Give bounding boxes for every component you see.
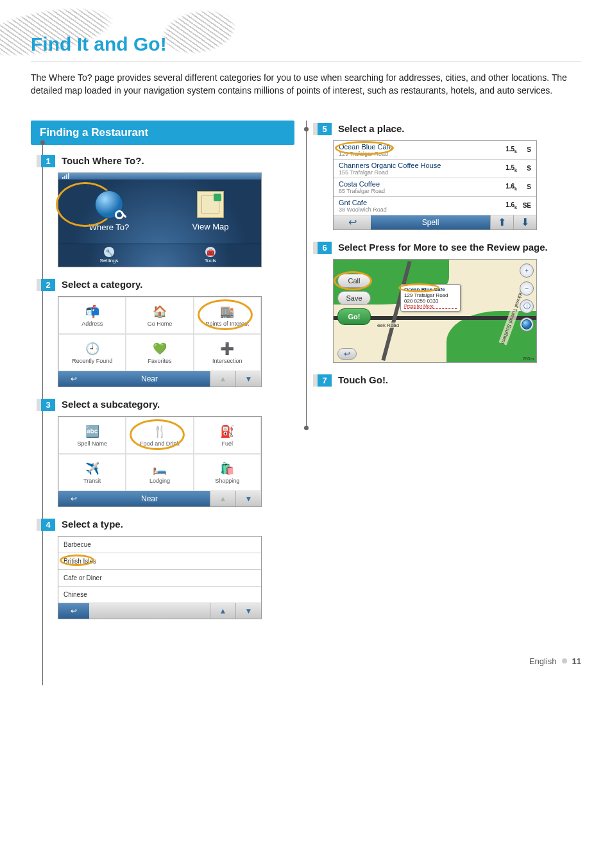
map-icon xyxy=(197,191,224,218)
category-recent[interactable]: 🕘Recently Found xyxy=(58,334,126,371)
call-button[interactable]: Call xyxy=(337,274,371,288)
result-name: Channers Organic Coffee House xyxy=(339,162,495,169)
intro-paragraph: The Where To? page provides several diff… xyxy=(31,71,581,97)
info-button[interactable]: ⓘ xyxy=(520,299,534,313)
arrow-up-icon: ▲ xyxy=(219,494,227,503)
category-label: Points of Interest xyxy=(206,321,250,327)
category-label: Address xyxy=(81,321,103,327)
step-number: 7 xyxy=(318,374,332,387)
subcat-spell-name[interactable]: 🔤Spell Name xyxy=(58,417,126,454)
plus-icon: + xyxy=(525,267,529,274)
subcat-food[interactable]: 🍴Food and Drink xyxy=(126,417,193,454)
type-item[interactable]: Chinese xyxy=(58,587,261,603)
subcat-label: Food and Drink xyxy=(140,440,180,447)
scroll-up-button[interactable]: ▲ xyxy=(210,491,235,506)
result-item[interactable]: Ocean Blue Cafe129 Trafalgar Road 1.5k S xyxy=(334,141,536,160)
arrow-down-icon: ▼ xyxy=(245,494,253,503)
subcat-lodging[interactable]: 🛏️Lodging xyxy=(126,454,193,491)
subcat-transit[interactable]: ✈️Transit xyxy=(58,454,126,491)
screenshot-types: Barbecue British Isles Cafe or Diner Chi… xyxy=(58,536,262,619)
subcat-fuel[interactable]: ⛽Fuel xyxy=(194,417,261,454)
subsection-title: Finding a Restaurant xyxy=(31,121,294,145)
category-poi[interactable]: 🏬Points of Interest xyxy=(194,297,261,334)
scroll-up-button[interactable]: ⬆ xyxy=(490,215,513,230)
abc-icon: 🔤 xyxy=(85,424,100,439)
category-intersection[interactable]: ➕Intersection xyxy=(194,334,261,371)
screenshot-results: Ocean Blue Cafe129 Trafalgar Road 1.5k S… xyxy=(333,140,537,230)
save-button[interactable]: Save xyxy=(337,291,371,305)
scroll-down-button[interactable]: ▼ xyxy=(235,371,261,387)
callout-title: Ocean Blue Cafe xyxy=(404,287,457,292)
zoom-in-button[interactable]: + xyxy=(520,263,534,278)
subcat-shopping[interactable]: 🛍️Shopping xyxy=(194,454,261,491)
category-label: Favorites xyxy=(148,358,171,364)
result-direction: S xyxy=(517,183,531,190)
globe-icon xyxy=(522,319,532,330)
settings-button[interactable]: 🔧Settings xyxy=(58,244,160,267)
place-callout[interactable]: Ocean Blue Cafe 129 Trafalgar Road 020 8… xyxy=(400,284,461,312)
back-button[interactable]: ↩ xyxy=(58,603,89,619)
house-icon: 🏠 xyxy=(152,304,167,319)
press-for-more-link[interactable]: Press for More xyxy=(404,304,457,309)
bag-icon: 🛍️ xyxy=(219,461,235,476)
scroll-down-button[interactable]: ⬇ xyxy=(513,215,536,230)
step-3: 3 Select a subcategory. xyxy=(41,399,294,411)
step-7: 7 Touch Go!. xyxy=(318,374,581,387)
back-button[interactable]: ↩ xyxy=(58,371,89,387)
result-item[interactable]: Gnt Cafe38 Woolwich Road 1.6k SE xyxy=(334,197,536,215)
subcat-label: Transit xyxy=(83,478,101,484)
screenshot-subcategories: 🔤Spell Name 🍴Food and Drink ⛽Fuel ✈️Tran… xyxy=(58,416,262,507)
result-item[interactable]: Costa Coffee85 Trafalgar Road 1.6k S xyxy=(334,178,536,197)
category-address[interactable]: 📬Address xyxy=(58,297,126,334)
favorites-icon: 💚 xyxy=(152,341,167,356)
arrow-up-icon: ⬆ xyxy=(498,216,506,228)
bed-icon: 🛏️ xyxy=(152,461,167,476)
map-back-button[interactable]: ↩ xyxy=(337,348,357,360)
tools-label: Tools xyxy=(205,258,217,263)
minus-icon: − xyxy=(525,285,529,292)
scroll-down-button[interactable]: ▼ xyxy=(235,491,261,506)
step-4: 4 Select a type. xyxy=(41,519,294,531)
tools-button[interactable]: 🧰Tools xyxy=(160,244,261,267)
back-button[interactable]: ↩ xyxy=(58,491,89,506)
clock-icon: 🕘 xyxy=(85,341,100,356)
result-address: 129 Trafalgar Road xyxy=(339,151,495,157)
result-name: Costa Coffee xyxy=(339,180,495,188)
step-number: 5 xyxy=(318,123,332,135)
category-favorites[interactable]: 💚Favorites xyxy=(126,334,193,371)
zoom-out-button[interactable]: − xyxy=(520,281,534,296)
spell-button[interactable]: Spell xyxy=(371,215,490,230)
where-to-button[interactable]: Where To? xyxy=(58,179,160,244)
step-text: Select a place. xyxy=(338,123,404,134)
back-button[interactable]: ↩ xyxy=(334,215,371,230)
globe-button[interactable] xyxy=(520,317,534,331)
globe-search-icon xyxy=(95,190,123,219)
type-item[interactable]: British Isles xyxy=(58,553,261,570)
result-direction: S xyxy=(517,165,531,172)
type-item[interactable]: Barbecue xyxy=(58,537,261,553)
view-map-button[interactable]: View Map xyxy=(160,179,261,244)
scroll-down-button[interactable]: ▼ xyxy=(235,603,261,619)
scroll-up-button[interactable]: ▲ xyxy=(210,603,235,619)
result-distance: 1.6k xyxy=(495,183,517,191)
screenshot-main-menu: Where To? View Map 🔧Settings 🧰Tools xyxy=(58,172,262,267)
back-arrow-icon: ↩ xyxy=(71,374,77,383)
near-button[interactable]: Near xyxy=(89,371,210,387)
step-number: 4 xyxy=(41,519,55,531)
step-text: Select a type. xyxy=(62,519,123,530)
screenshot-categories: 📬Address 🏠Go Home 🏬Points of Interest 🕘R… xyxy=(58,296,262,387)
footer-page-number: 11 xyxy=(572,656,581,666)
category-go-home[interactable]: 🏠Go Home xyxy=(126,297,193,334)
fork-knife-icon: 🍴 xyxy=(152,424,167,439)
near-button[interactable]: Near xyxy=(89,491,210,506)
back-arrow-icon: ↩ xyxy=(71,494,77,503)
result-item[interactable]: Channers Organic Coffee House155 Trafalg… xyxy=(334,160,536,178)
go-button[interactable]: Go! xyxy=(337,308,371,325)
scroll-up-button[interactable]: ▲ xyxy=(210,371,235,387)
road-label: eek Road xyxy=(376,322,400,328)
mailbox-icon: 📬 xyxy=(85,304,100,319)
subcat-label: Lodging xyxy=(149,478,170,484)
type-item[interactable]: Cafe or Diner xyxy=(58,570,261,587)
step-number: 6 xyxy=(318,242,332,254)
title-rule xyxy=(31,62,581,62)
